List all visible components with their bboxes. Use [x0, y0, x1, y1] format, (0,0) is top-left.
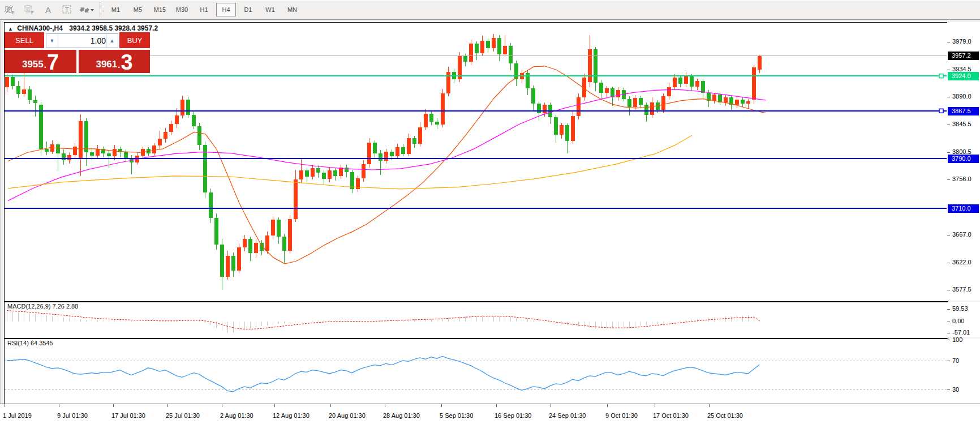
- macd-indicator-panel[interactable]: MACD(12,26,9) 7.26 2.88: [4, 302, 948, 339]
- symbol-marker-icon: ▲: [8, 26, 13, 32]
- price-axis-tick: [947, 70, 950, 70]
- rsi-chart-surface[interactable]: [5, 339, 947, 403]
- timeframe-button-h1[interactable]: H1: [194, 3, 214, 16]
- macd-axis[interactable]: 59.530.00-57.01: [947, 302, 980, 337]
- rsi-axis-tick-label: 70: [952, 357, 959, 364]
- candle-body: [407, 138, 411, 153]
- arrange-objects-icon[interactable]: [78, 3, 96, 16]
- candle-body: [158, 139, 162, 145]
- level-price-axis-marker: 3790.0: [948, 155, 979, 163]
- date-axis-tick: [330, 404, 331, 407]
- timeframe-button-m30[interactable]: M30: [172, 3, 192, 16]
- grid-f-glyph: F: [23, 5, 35, 15]
- candle-body: [277, 220, 281, 236]
- date-axis-tick: [607, 404, 608, 407]
- sell-price-dot: .: [44, 61, 46, 69]
- candle-body: [684, 76, 688, 84]
- candle-body: [39, 105, 43, 148]
- sell-button[interactable]: SELL: [5, 32, 44, 48]
- timeframe-button-d1[interactable]: D1: [238, 3, 258, 16]
- grid-f-icon[interactable]: F: [20, 3, 38, 16]
- price-axis-tick-label: 3934.5: [952, 66, 972, 72]
- toolbar-separator: [100, 2, 100, 17]
- candle-body: [435, 122, 439, 125]
- candle-body: [560, 125, 564, 134]
- level-price-axis-marker: 3924.0: [948, 72, 979, 80]
- buy-button[interactable]: BUY: [119, 32, 150, 48]
- rsi-axis-tick-label: 100: [952, 336, 962, 343]
- rsi-axis[interactable]: 1007030: [947, 339, 980, 404]
- candle-body: [294, 179, 298, 219]
- macd-axis-tick: [947, 322, 950, 322]
- candle-body: [164, 132, 167, 139]
- candle-body: [497, 38, 501, 54]
- date-axis-tick-label: 1 Jul 2019: [3, 412, 32, 419]
- candle-body: [169, 124, 173, 132]
- timeframe-button-w1[interactable]: W1: [260, 3, 280, 16]
- candle-body: [265, 235, 269, 251]
- text-box-icon[interactable]: T: [58, 3, 76, 16]
- candle-body: [644, 105, 648, 114]
- candle-body: [311, 168, 315, 177]
- candle-body: [599, 83, 603, 92]
- candle-body: [735, 100, 739, 105]
- timeframe-button-mn[interactable]: MN: [282, 3, 302, 16]
- current-price-axis-marker: 3957.2: [948, 52, 979, 60]
- candle-body: [180, 100, 184, 115]
- buy-price-int: 3961: [96, 59, 117, 69]
- one-click-trade-panel: SELL ▼ 1.00 ▲ BUY 3955.7 3961.3: [5, 32, 150, 73]
- rsi-indicator-panel[interactable]: RSI(14) 64.3545: [4, 339, 948, 405]
- date-axis-tick-label: 17 Oct 01:30: [653, 412, 689, 419]
- date-axis-tick-label: 5 Sep 01:30: [440, 412, 473, 419]
- candle-body: [282, 237, 286, 251]
- candle-body: [758, 55, 762, 70]
- candle-body: [22, 89, 26, 94]
- rsi-label: RSI(14) 64.3545: [7, 340, 53, 346]
- volume-input[interactable]: 1.00: [58, 33, 109, 48]
- volume-increment-button[interactable]: ▲: [106, 33, 118, 48]
- candle-body: [299, 170, 303, 179]
- candle-body: [288, 219, 292, 251]
- price-axis-tick: [947, 42, 950, 42]
- date-axis-tick: [709, 404, 710, 407]
- price-axis[interactable]: 3979.03934.53890.03845.53800.53756.03667…: [947, 22, 980, 301]
- timeframe-button-m1[interactable]: M1: [106, 3, 126, 16]
- date-axis-tick: [655, 404, 655, 407]
- date-axis-tick-label: 2 Aug 01:30: [220, 412, 253, 419]
- sell-price-quote[interactable]: 3955.7: [5, 50, 76, 73]
- candle-body: [678, 78, 682, 84]
- ohlc-label: 3934.2 3958.5 3928.4 3957.2: [69, 24, 158, 32]
- timeframe-button-h4[interactable]: H4: [216, 3, 236, 16]
- timeframe-button-m15[interactable]: M15: [150, 3, 170, 16]
- candle-body: [16, 86, 20, 94]
- candle-body: [627, 99, 631, 107]
- candle-body: [588, 49, 592, 82]
- date-axis-tick-label: 25 Jul 01:30: [166, 412, 200, 419]
- date-axis-tick: [5, 404, 5, 407]
- candle-body: [362, 164, 366, 178]
- candle-body: [305, 170, 309, 177]
- candle-body: [248, 239, 252, 253]
- level-endpoint-marker: [939, 109, 943, 113]
- date-axis[interactable]: 1 Jul 20199 Jul 01:3017 Jul 01:3025 Jul …: [0, 404, 980, 424]
- candle-body: [237, 247, 241, 270]
- date-axis-tick-label: 17 Jul 01:30: [111, 412, 145, 419]
- candle-body: [492, 38, 496, 49]
- price-axis-tick: [947, 290, 950, 290]
- timeframe-button-m5[interactable]: M5: [128, 3, 148, 16]
- candle-body: [124, 152, 128, 158]
- candle-body: [79, 121, 83, 159]
- volume-decrement-button[interactable]: ▼: [46, 33, 58, 48]
- candle-body: [418, 127, 422, 144]
- macd-chart-surface[interactable]: [5, 302, 947, 337]
- expert-indicator-e-icon[interactable]: E: [1, 3, 19, 16]
- buy-price-quote[interactable]: 3961.3: [79, 50, 150, 73]
- candle-body: [5, 77, 9, 87]
- candle-body: [650, 102, 654, 115]
- date-axis-tick-label: 16 Sep 01:30: [495, 412, 531, 419]
- candle-body: [396, 147, 399, 156]
- candle-body: [107, 153, 111, 156]
- text-label-icon[interactable]: A: [39, 3, 57, 16]
- candle-body: [373, 143, 377, 153]
- candle-body: [667, 87, 671, 96]
